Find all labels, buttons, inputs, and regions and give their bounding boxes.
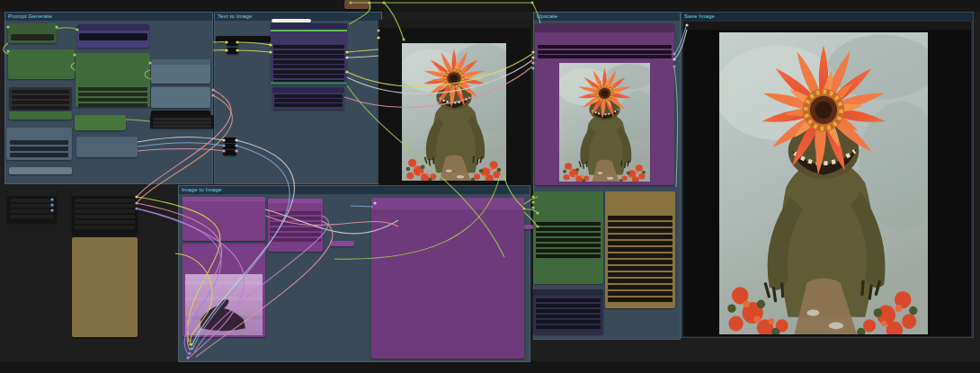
brown-rows-node-widget-row[interactable]: [608, 241, 673, 245]
reroute-5[interactable]: [223, 150, 236, 155]
vae-node[interactable]: [76, 137, 138, 157]
param-node-widget-row[interactable]: [75, 204, 135, 208]
navy-node[interactable]: [533, 289, 603, 334]
i2i-big-node[interactable]: [371, 198, 524, 359]
preview-node-mid[interactable]: [379, 20, 530, 184]
upscale-green-node-widget-row[interactable]: [536, 238, 601, 242]
neg-rows-node-widget-row[interactable]: [153, 125, 211, 128]
preview-node-mid-titlebar[interactable]: [379, 20, 530, 28]
param-node-widget-row[interactable]: [75, 226, 135, 229]
param-node-titlebar[interactable]: [72, 191, 138, 196]
thin-node[interactable]: [216, 36, 271, 42]
node-editor-canvas[interactable]: Prompt GenerateText to ImageUpscaleSave …: [0, 0, 980, 373]
upscale-green-node[interactable]: [533, 191, 603, 284]
i2i-node-a-titlebar[interactable]: [183, 197, 265, 201]
param-node-widget-row[interactable]: [75, 220, 135, 224]
neg-rows-node-widget-row[interactable]: [153, 118, 211, 120]
latent-node-widget-row[interactable]: [274, 94, 343, 98]
param-node-widget-row[interactable]: [75, 215, 135, 218]
brown-rows-node-widget-row[interactable]: [608, 279, 673, 283]
i2i-big-node-titlebar[interactable]: [371, 198, 524, 209]
param-node[interactable]: [72, 191, 138, 235]
ksampler-node-widget-row[interactable]: [273, 65, 344, 68]
upscale-purple-node-widget-row[interactable]: [538, 55, 672, 58]
i2i-node-c-widget-row[interactable]: [270, 238, 321, 242]
style-node[interactable]: [77, 24, 149, 48]
clip-node-c-widget-row[interactable]: [78, 103, 147, 107]
progress-bar[interactable]: [272, 19, 311, 22]
note-node[interactable]: [72, 237, 138, 337]
cfg-node[interactable]: [151, 59, 210, 84]
i2i-node-c[interactable]: [268, 199, 323, 252]
cfg-node-titlebar[interactable]: [151, 59, 210, 65]
light-strip[interactable]: [9, 167, 72, 174]
param-node-widget-row[interactable]: [75, 209, 135, 213]
sampler-node-widget-row[interactable]: [10, 140, 68, 145]
reroute-3[interactable]: [223, 138, 236, 143]
reroute-4[interactable]: [223, 144, 236, 149]
brown-rows-node-widget-row[interactable]: [608, 253, 673, 258]
sampler-node[interactable]: [6, 128, 72, 160]
ksampler-node-widget-row[interactable]: [273, 60, 344, 64]
switch-node-widget-row[interactable]: [10, 204, 54, 208]
navy-node-widget-row[interactable]: [536, 304, 601, 307]
green-strip[interactable]: [9, 111, 72, 120]
param-node-widget-row[interactable]: [75, 199, 135, 202]
style-node-widget-row[interactable]: [79, 33, 147, 40]
upscale-green-node-widget-row[interactable]: [536, 249, 601, 253]
navy-node-widget-row[interactable]: [536, 309, 601, 313]
brown-rows-node-widget-row[interactable]: [608, 266, 673, 271]
navy-node-titlebar[interactable]: [533, 289, 603, 295]
upscale-green-node-widget-row[interactable]: [536, 244, 601, 247]
i2i-node-b[interactable]: [183, 244, 265, 337]
group-header[interactable]: Save Image: [682, 13, 973, 21]
ksampler-node-widget-row[interactable]: [273, 45, 344, 49]
group-header[interactable]: Prompt Generate: [5, 13, 212, 21]
reroute-1[interactable]: [227, 40, 238, 46]
ksampler-node-widget-row[interactable]: [273, 75, 344, 78]
neg-rows-node[interactable]: [150, 115, 214, 129]
ksampler-node[interactable]: [271, 23, 347, 84]
neg-rows-node-widget-row[interactable]: [153, 121, 211, 124]
brown-rows-node-widget-row[interactable]: [608, 228, 673, 233]
latent-node-widget-row[interactable]: [274, 99, 343, 102]
lora-node[interactable]: [75, 115, 126, 130]
i2i-node-c-widget-row[interactable]: [270, 233, 321, 236]
clip-node-b[interactable]: [8, 49, 75, 79]
style-node-titlebar[interactable]: [77, 24, 149, 31]
sampler-node-widget-row[interactable]: [10, 147, 68, 151]
text-rows-node-widget-row[interactable]: [12, 101, 69, 104]
latent-node-titlebar[interactable]: [272, 87, 344, 93]
brown-rows-node[interactable]: [605, 191, 675, 308]
ksampler-node-widget-row[interactable]: [273, 55, 344, 58]
i2i-node-c-widget-row[interactable]: [270, 217, 321, 220]
i2i-node-c-widget-row[interactable]: [270, 222, 321, 226]
navy-node-widget-row[interactable]: [536, 325, 601, 329]
upscale-green-node-widget-row[interactable]: [536, 227, 601, 231]
brown-rows-node-widget-row[interactable]: [608, 247, 673, 252]
save-image-node[interactable]: [683, 22, 971, 336]
latent-node[interactable]: [272, 87, 344, 110]
brown-rows-node-widget-row[interactable]: [608, 298, 673, 302]
brown-rows-node-widget-row[interactable]: [608, 260, 673, 264]
clip-node-c-widget-row[interactable]: [78, 98, 147, 102]
group-header[interactable]: Upscale: [534, 13, 680, 21]
group-header[interactable]: Image to Image: [179, 186, 530, 194]
switch-node-widget-row[interactable]: [10, 199, 54, 202]
upscale-purple-node[interactable]: [535, 23, 674, 185]
ksampler-node-titlebar[interactable]: [271, 23, 347, 30]
clip-node-c-widget-row[interactable]: [78, 87, 147, 91]
ksampler-node-widget-row[interactable]: [273, 70, 344, 74]
save-image-node-titlebar[interactable]: [683, 22, 971, 30]
upscale-purple-node-widget-row[interactable]: [538, 50, 672, 54]
text-rows-node-widget-row[interactable]: [12, 106, 69, 110]
switch-node-titlebar[interactable]: [7, 191, 57, 196]
text-rows-node[interactable]: [9, 87, 72, 110]
i2i-node-c-titlebar[interactable]: [268, 199, 323, 203]
brown-rows-node-widget-row[interactable]: [608, 222, 673, 226]
brown-rows-node-widget-row[interactable]: [608, 272, 673, 277]
navy-node-widget-row[interactable]: [536, 315, 601, 318]
clip-node-a-widget-row[interactable]: [11, 34, 54, 40]
reroute-2[interactable]: [227, 48, 238, 54]
upscale-green-node-widget-row[interactable]: [536, 222, 601, 226]
